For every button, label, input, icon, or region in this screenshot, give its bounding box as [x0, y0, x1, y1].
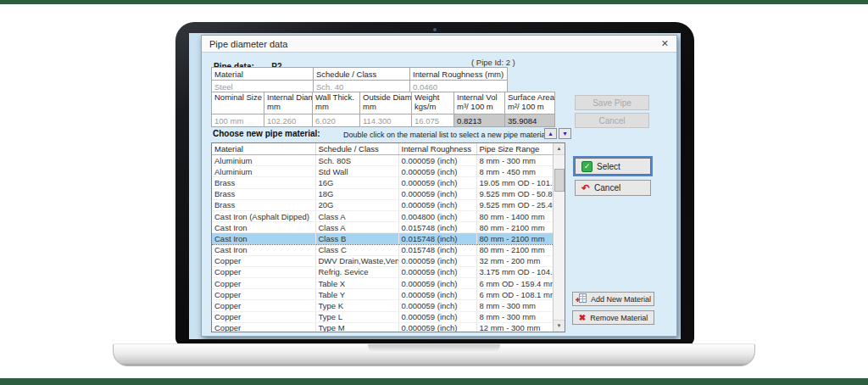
- table-cell[interactable]: Table X: [315, 278, 398, 289]
- cancel-pipe-button[interactable]: Cancel: [575, 113, 649, 128]
- table-cell[interactable]: Copper: [212, 278, 315, 289]
- table-cell[interactable]: 0.000059 (inch): [398, 311, 476, 322]
- table-cell[interactable]: Aluminium: [212, 155, 315, 166]
- table-cell[interactable]: 9.525 mm OD - 25.400 mm OD: [476, 199, 553, 210]
- table-cell[interactable]: 0.000059 (inch): [398, 177, 476, 188]
- table-cell[interactable]: Cast Iron (Asphalt Dipped): [212, 210, 315, 221]
- table-cell[interactable]: 80 mm - 2100 mm: [476, 222, 553, 233]
- select-button[interactable]: ✓ Select: [575, 158, 651, 175]
- table-cell[interactable]: 3.175 mm OD - 104.775 mm OD: [476, 266, 553, 277]
- table-row[interactable]: Cast IronClass A0.015748 (inch)80 mm - 2…: [212, 222, 553, 233]
- table-cell[interactable]: 6 mm OD - 159.4 mm OD: [476, 278, 553, 289]
- scrollbar[interactable]: ▲ ▼: [553, 143, 565, 332]
- table-cell[interactable]: 0.000059 (inch): [398, 255, 476, 266]
- add-new-material-button[interactable]: Add New Material: [572, 292, 654, 306]
- table-cell[interactable]: Table Y: [315, 289, 398, 300]
- table-cell[interactable]: Type K: [315, 300, 398, 311]
- scroll-down-button[interactable]: ▼: [559, 128, 571, 139]
- table-cell[interactable]: 18G: [315, 188, 398, 199]
- column-header: Material: [212, 68, 314, 81]
- table-cell[interactable]: Copper: [212, 255, 315, 266]
- table-cell[interactable]: 80 mm - 2100 mm: [476, 244, 553, 255]
- table-row[interactable]: CopperType K0.000059 (inch)8 mm - 300 mm: [212, 300, 553, 311]
- table-row[interactable]: CopperTable Y0.000059 (inch)6 mm OD - 10…: [212, 289, 553, 300]
- table-cell[interactable]: Brass: [212, 188, 315, 199]
- table-cell[interactable]: 19.05 mm OD - 101.60 mm OD: [476, 177, 553, 188]
- material-list-body: AluminiumSch. 80S0.000059 (inch)8 mm - 3…: [212, 155, 553, 333]
- table-cell[interactable]: Class A: [315, 222, 398, 233]
- remove-button-label: Remove Material: [590, 314, 648, 322]
- table-row[interactable]: Cast Iron (Asphalt Dipped)Class A0.00480…: [212, 210, 553, 221]
- table-cell[interactable]: Type M: [315, 322, 398, 332]
- column-header: Schedule / Class: [315, 143, 398, 155]
- surface-area-value: 35.9084: [505, 114, 555, 127]
- table-cell[interactable]: Refrig. Sevice: [315, 266, 398, 277]
- table-row[interactable]: Cast IronClass C0.015748 (inch)80 mm - 2…: [212, 244, 553, 255]
- table-row[interactable]: CopperType M0.000059 (inch)12 mm - 300 m…: [212, 322, 553, 332]
- table-cell[interactable]: 0.000059 (inch): [398, 166, 476, 177]
- table-cell[interactable]: Cast Iron: [212, 244, 315, 255]
- table-cell[interactable]: 0.004800 (inch): [398, 210, 476, 221]
- top-green-border: [0, 0, 868, 4]
- table-row[interactable]: CopperType L0.000059 (inch)8 mm - 300 mm: [212, 311, 553, 322]
- table-cell[interactable]: 8 mm - 450 mm: [476, 166, 553, 177]
- table-cell[interactable]: Class A: [315, 210, 398, 221]
- table-row[interactable]: CopperDWV Drain,Waste,Vent0.000059 (inch…: [212, 255, 553, 266]
- table-row[interactable]: AluminiumSch. 80S0.000059 (inch)8 mm - 3…: [212, 155, 553, 166]
- table-cell[interactable]: 0.000059 (inch): [398, 289, 476, 300]
- table-cell[interactable]: 8 mm - 300 mm: [476, 311, 553, 322]
- table-cell[interactable]: Brass: [212, 177, 315, 188]
- table-cell[interactable]: 0.000059 (inch): [398, 300, 476, 311]
- table-cell[interactable]: Sch. 80S: [315, 155, 398, 166]
- save-pipe-button[interactable]: Save Pipe: [575, 95, 649, 110]
- table-cell[interactable]: 0.000059 (inch): [398, 199, 476, 210]
- table-cell[interactable]: 0.000059 (inch): [398, 155, 476, 166]
- table-cell[interactable]: 16G: [315, 177, 398, 188]
- table-cell[interactable]: 0.000059 (inch): [398, 188, 476, 199]
- table-cell[interactable]: Aluminium: [212, 166, 315, 177]
- table-cell[interactable]: 0.015748 (inch): [398, 222, 476, 233]
- table-cell[interactable]: 0.015748 (inch): [398, 244, 476, 255]
- table-cell[interactable]: Std Wall: [315, 166, 398, 177]
- table-row[interactable]: CopperTable X0.000059 (inch)6 mm OD - 15…: [212, 278, 553, 289]
- table-row[interactable]: Brass16G0.000059 (inch)19.05 mm OD - 101…: [212, 177, 553, 188]
- table-cell[interactable]: 6 mm OD - 108.1 mm OD: [476, 289, 553, 300]
- table-cell[interactable]: Copper: [212, 322, 315, 332]
- table-cell[interactable]: Cast Iron: [212, 222, 315, 233]
- table-row[interactable]: Brass18G0.000059 (inch)9.525 mm OD - 50.…: [212, 188, 553, 199]
- table-cell[interactable]: 0.000059 (inch): [398, 266, 476, 277]
- table-cell[interactable]: Copper: [212, 289, 315, 300]
- table-cell[interactable]: 8 mm - 300 mm: [476, 300, 553, 311]
- table-row[interactable]: AluminiumStd Wall0.000059 (inch)8 mm - 4…: [212, 166, 553, 177]
- table-cell[interactable]: 9.525 mm OD - 50.800 mm OD: [476, 188, 553, 199]
- weight-value: 16.075: [412, 114, 454, 127]
- table-cell[interactable]: 32 mm - 200 mm: [476, 255, 553, 266]
- table-cell[interactable]: Copper: [212, 300, 315, 311]
- table-cell[interactable]: 0.000059 (inch): [398, 322, 476, 332]
- scrollbar-up-icon[interactable]: ▲: [554, 143, 565, 155]
- table-row[interactable]: CopperRefrig. Sevice0.000059 (inch)3.175…: [212, 266, 553, 277]
- table-cell[interactable]: 12 mm - 300 mm: [476, 322, 553, 332]
- remove-material-button[interactable]: ✖ Remove Material: [572, 310, 654, 325]
- table-cell[interactable]: Type L: [315, 311, 398, 322]
- close-icon[interactable]: ✕: [661, 39, 669, 48]
- table-cell[interactable]: Class B: [315, 233, 398, 244]
- table-cell[interactable]: DWV Drain,Waste,Vent: [315, 255, 398, 266]
- table-cell[interactable]: Copper: [212, 311, 315, 322]
- table-cell[interactable]: Cast Iron: [212, 233, 315, 244]
- table-cell[interactable]: 20G: [315, 199, 398, 210]
- table-cell[interactable]: 8 mm - 300 mm: [476, 155, 553, 166]
- scrollbar-down-icon[interactable]: ▼: [554, 320, 565, 332]
- scrollbar-thumb[interactable]: [554, 169, 565, 192]
- table-cell[interactable]: 80 mm - 1400 mm: [476, 210, 553, 221]
- table-cell[interactable]: 80 mm - 2100 mm: [476, 233, 553, 244]
- table-cell[interactable]: Copper: [212, 266, 315, 277]
- table-row[interactable]: Brass20G0.000059 (inch)9.525 mm OD - 25.…: [212, 199, 553, 210]
- table-cell[interactable]: Brass: [212, 199, 315, 210]
- table-row[interactable]: Cast IronClass B0.015748 (inch)80 mm - 2…: [212, 233, 553, 244]
- table-cell[interactable]: 0.015748 (inch): [398, 233, 476, 244]
- cancel-material-button[interactable]: ↶ Cancel: [575, 180, 651, 196]
- scroll-up-button[interactable]: ▲: [544, 128, 557, 139]
- table-cell[interactable]: Class C: [315, 244, 398, 255]
- table-cell[interactable]: 0.000059 (inch): [398, 278, 476, 289]
